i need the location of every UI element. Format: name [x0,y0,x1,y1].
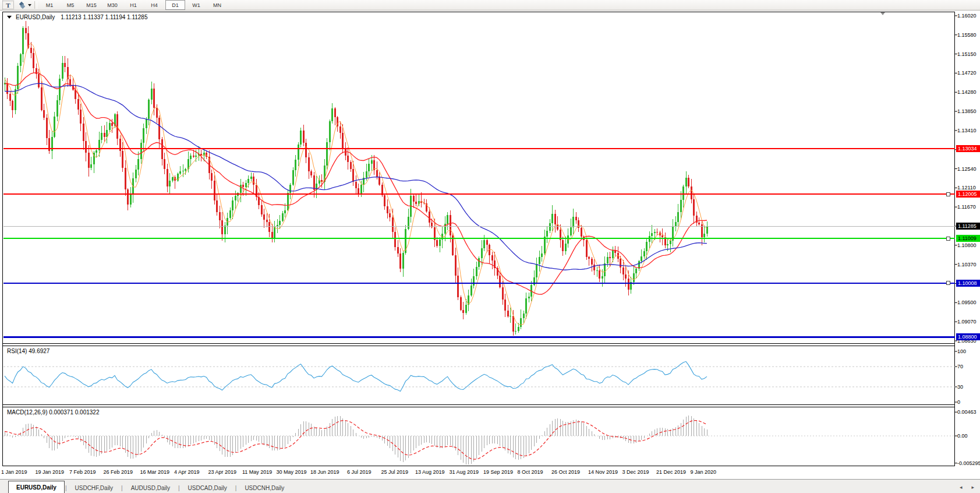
date-axis-label: 7 Feb 2019 [69,469,96,475]
price-axis-tick: 1.12110 [957,185,976,191]
date-axis-label: 19 Sep 2019 [483,469,513,475]
price-axis-tick: 1.10800 [957,242,977,248]
rsi-axis-tick: 0 [957,399,960,405]
date-axis-label: 3 Dec 2019 [622,469,649,475]
price-axis-tick: 1.16020 [957,13,977,19]
level-price-box: 1.10008 [956,280,980,287]
level-price-box: 1.13034 [956,145,980,152]
level-price-box: 1.12005 [956,191,980,198]
date-axis-label: 8 Oct 2019 [518,469,543,475]
current-price-box: 1.11285 [956,223,980,230]
price-axis[interactable]: 1.160201.155801.151501.147201.142801.138… [957,12,980,344]
price-axis-tick: 1.10370 [957,262,977,267]
macd-indicator-label: MACD(12,26,9) 0.000371 0.001322 [7,409,99,415]
date-axis-label: 26 Oct 2019 [551,469,580,475]
date-axis-label: 25 Jul 2019 [381,469,409,475]
date-axis-label: 19 Jan 2019 [36,469,65,475]
date-axis-label: 21 Dec 2019 [656,469,686,475]
rsi-axis-tick: 70 [957,364,963,369]
macd-axis-tick: 0.00 [957,433,968,439]
price-axis-tick: 1.09500 [957,300,977,305]
chart-graphics [0,0,980,493]
price-axis-tick: 1.09070 [957,319,977,325]
macd-axis-tick: -0.005295 [957,460,980,466]
date-axis-label: 9 Jan 2020 [691,469,717,475]
chart-ohlc-quote: 1.11213 1.11337 1.11194 1.11285 [61,14,147,20]
chart-symbol-label: EURUSD,Daily [16,14,55,20]
rsi-indicator-label: RSI(14) 49.6927 [7,348,49,354]
price-axis-tick: 1.15150 [957,51,977,57]
chart-shift-marker-icon[interactable] [880,12,885,15]
price-axis-tick: 1.13850 [957,108,977,114]
date-axis-label: 18 Jun 2019 [310,469,339,475]
macd-axis-tick: 0.00463 [957,409,977,415]
panel-separator[interactable] [2,407,955,407]
panel-separator[interactable] [2,346,955,346]
date-axis-label: 16 Mar 2019 [140,469,170,475]
date-axis-label: 6 Jul 2019 [347,469,372,475]
macd-axis[interactable]: 0.004630.00-0.005295 [957,407,980,466]
price-axis-tick: 1.14280 [957,89,977,95]
date-axis-label: 26 Feb 2019 [104,469,133,475]
date-axis-label: 23 Apr 2019 [208,469,237,475]
price-axis-tick: 1.15580 [957,32,977,38]
chart-dropdown-icon[interactable] [7,16,12,19]
date-axis-label: 30 May 2019 [277,469,307,475]
date-axis-label: 4 Apr 2019 [174,469,200,475]
level-price-box: 1.11009 [956,235,980,242]
price-axis-tick: 1.13410 [957,128,977,133]
date-axis-label: 31 Aug 2019 [450,469,479,475]
price-axis-tick: 1.14720 [957,70,977,76]
price-axis-tick: 1.12540 [957,166,977,172]
panel-separator[interactable] [2,343,955,344]
date-axis-label: 11 May 2019 [242,469,272,475]
date-axis-label: 1 Jan 2019 [1,469,27,475]
date-axis[interactable]: 1 Jan 201919 Jan 20197 Feb 201926 Feb 20… [2,466,955,479]
date-axis-label: 13 Aug 2019 [415,469,445,475]
panel-separator[interactable] [2,404,955,405]
chart-title: EURUSD,Daily 1.11213 1.11337 1.11194 1.1… [7,14,147,20]
rsi-axis-tick: 30 [957,384,963,390]
trading-app-window: T M1M5M15M30H1H4D1W1MN EURUSD,Daily 1.11… [0,0,980,493]
rsi-axis-tick: 100 [957,348,966,354]
date-axis-label: 14 Nov 2019 [588,469,618,475]
level-price-box: 1.08800 [956,333,980,340]
price-axis-tick: 1.11670 [957,204,976,210]
rsi-axis[interactable]: 10070300 [957,346,980,404]
